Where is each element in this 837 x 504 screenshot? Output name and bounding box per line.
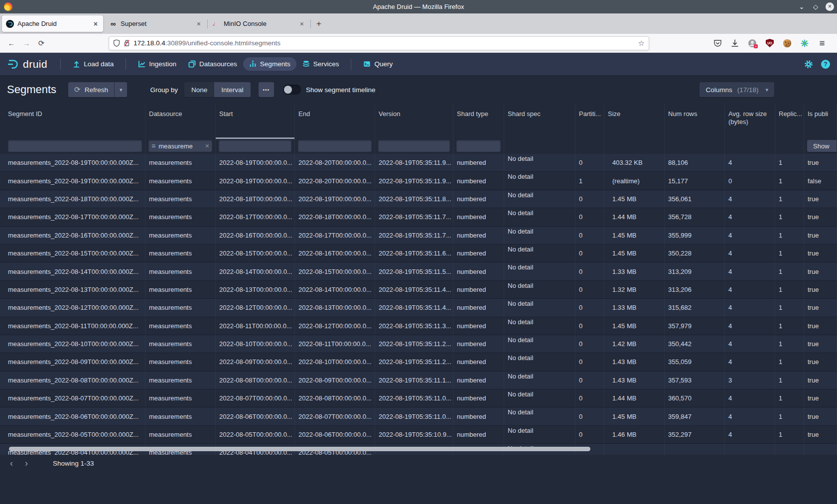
next-page-icon[interactable]: › <box>25 458 40 469</box>
cell-size[interactable]: 1.42 MB <box>604 335 665 353</box>
nav-item-datasources[interactable]: Datasources <box>182 57 243 71</box>
nav-item-ingestion[interactable]: Ingestion <box>132 57 182 71</box>
cell-shard-spec[interactable]: No detail <box>504 208 575 226</box>
cell-shard-type[interactable]: numbered <box>453 335 504 353</box>
more-options-button[interactable]: ••• <box>259 82 275 97</box>
cell-segment-id[interactable]: measurements_2022-08-12T00:00:00.000Z... <box>0 299 145 316</box>
cell-shard-type[interactable]: numbered <box>453 372 504 389</box>
window-maximize-icon[interactable]: ◇ <box>812 3 820 10</box>
cell-num-rows[interactable]: 88,106 <box>665 154 725 171</box>
cell-size[interactable]: 1.33 MB <box>604 299 665 316</box>
url-bar[interactable]: 172.18.0.4:30899/unified-console.html#se… <box>109 36 649 50</box>
cell-segment-id[interactable]: measurements_2022-08-15T00:00:00.000Z... <box>0 245 145 262</box>
cell-version[interactable]: 2022-08-19T05:35:11.4... <box>375 299 453 316</box>
cell-end[interactable]: 2022-08-09T00:00:00.0... <box>295 372 375 389</box>
ublock-icon[interactable]: UO <box>765 39 774 48</box>
col-header-datasource[interactable]: Datasource <box>145 104 216 139</box>
cell-avg-row-size[interactable]: 4 <box>725 299 775 316</box>
columns-button[interactable]: Columns (17/18) ▾ <box>699 82 774 97</box>
cell-size[interactable]: 1.46 MB <box>604 426 665 443</box>
cell-shard-spec[interactable]: No detail <box>504 190 575 208</box>
cell-is-published[interactable]: true <box>804 353 837 371</box>
cell-start[interactable]: 2022-08-16T00:00:00.0... <box>216 227 295 244</box>
cell-segment-id[interactable]: measurements_2022-08-19T00:00:00.000Z... <box>0 154 145 171</box>
settings-gear-icon[interactable] <box>804 60 813 69</box>
cell-num-rows[interactable]: 313,209 <box>665 262 725 280</box>
cell-version[interactable]: 2022-08-19T05:35:11.1... <box>375 372 453 389</box>
cell-segment-id[interactable]: measurements_2022-08-18T00:00:00.000Z... <box>0 190 145 208</box>
cell-end[interactable]: 2022-08-19T00:00:00.0... <box>295 190 375 208</box>
cell-num-rows[interactable]: 350,228 <box>665 245 725 262</box>
cell-start[interactable]: 2022-08-07T00:00:00.0... <box>216 389 295 407</box>
cell-partition[interactable]: 0 <box>575 154 604 171</box>
cell-shard-spec[interactable]: No detail <box>504 227 575 244</box>
cell-size[interactable] <box>604 444 665 455</box>
window-minimize-icon[interactable]: ⌄ <box>798 3 806 10</box>
shield-icon[interactable] <box>113 39 120 47</box>
cell-size[interactable]: 1.43 MB <box>604 372 665 389</box>
cell-partition[interactable]: 0 <box>575 227 604 244</box>
cell-size[interactable]: 403.32 KB <box>604 154 665 171</box>
cell-shard-spec[interactable]: No detail <box>504 372 575 389</box>
cell-num-rows[interactable]: 352,297 <box>665 426 725 443</box>
cell-end[interactable]: 2022-08-16T00:00:00.0... <box>295 245 375 262</box>
cell-num-rows[interactable]: 356,728 <box>665 208 725 226</box>
bookmark-star-icon[interactable]: ☆ <box>638 39 645 48</box>
cell-size[interactable]: (realtime) <box>604 172 665 189</box>
cell-end[interactable]: 2022-08-20T00:00:00.0... <box>295 154 375 171</box>
cell-segment-id[interactable]: measurements_2022-08-05T00:00:00.000Z... <box>0 426 145 443</box>
cell-end[interactable]: 2022-08-20T00:00:00.0... <box>295 172 375 189</box>
cell-avg-row-size[interactable]: 4 <box>725 208 775 226</box>
extension-asterisk-icon[interactable] <box>800 39 809 48</box>
cell-end[interactable]: 2022-08-18T00:00:00.0... <box>295 208 375 226</box>
cell-start[interactable]: 2022-08-13T00:00:00.0... <box>216 281 295 298</box>
pocket-icon[interactable] <box>713 39 722 48</box>
cell-replication[interactable]: 1 <box>775 190 804 208</box>
cell-end[interactable]: 2022-08-08T00:00:00.0... <box>295 389 375 407</box>
col-header-num-rows[interactable]: Num rows <box>665 104 725 139</box>
cell-num-rows[interactable]: 355,999 <box>665 227 725 244</box>
cell-shard-type[interactable]: numbered <box>453 299 504 316</box>
cell-is-published[interactable]: true <box>804 317 837 335</box>
cell-shard-spec[interactable]: No detail <box>504 262 575 280</box>
cell-shard-type[interactable]: numbered <box>453 245 504 262</box>
cell-size[interactable]: 1.45 MB <box>604 407 665 425</box>
cell-start[interactable]: 2022-08-12T00:00:00.0... <box>216 299 295 316</box>
cell-shard-type[interactable]: numbered <box>453 317 504 335</box>
cell-start[interactable]: 2022-08-09T00:00:00.0... <box>216 353 295 371</box>
cell-size[interactable]: 1.45 MB <box>604 190 665 208</box>
cell-shard-type[interactable]: numbered <box>453 353 504 371</box>
cell-version[interactable]: 2022-08-19T05:35:11.5... <box>375 262 453 280</box>
cell-size[interactable]: 1.33 MB <box>604 262 665 280</box>
cell-num-rows[interactable]: 359,847 <box>665 407 725 425</box>
cell-replication[interactable]: 1 <box>775 227 804 244</box>
cell-partition[interactable]: 0 <box>575 335 604 353</box>
downloads-icon[interactable] <box>730 39 739 48</box>
tab-close-icon[interactable]: × <box>298 20 305 28</box>
cell-num-rows[interactable]: 357,979 <box>665 317 725 335</box>
cell-replication[interactable]: 1 <box>775 426 804 443</box>
tab-minio-console[interactable]: ♩ MinIO Console × <box>208 15 309 32</box>
cell-end[interactable]: 2022-08-12T00:00:00.0... <box>295 317 375 335</box>
cell-num-rows[interactable]: 357,593 <box>665 372 725 389</box>
cell-datasource[interactable]: measurements <box>145 372 216 389</box>
segment-timeline-toggle[interactable] <box>283 85 301 95</box>
cell-avg-row-size[interactable]: 4 <box>725 154 775 171</box>
cell-partition[interactable]: 0 <box>575 426 604 443</box>
cell-partition[interactable]: 0 <box>575 317 604 335</box>
cell-avg-row-size[interactable]: 4 <box>725 245 775 262</box>
cell-replication[interactable]: 1 <box>775 299 804 316</box>
cell-version[interactable]: 2022-08-19T05:35:11.7... <box>375 227 453 244</box>
cell-start[interactable]: 2022-08-19T00:00:00.0... <box>216 154 295 171</box>
tab-apache-druid[interactable]: Apache Druid × <box>2 15 103 32</box>
cell-datasource[interactable]: measurements <box>145 245 216 262</box>
cell-version[interactable]: 2022-08-19T05:35:11.9... <box>375 172 453 189</box>
cell-num-rows[interactable]: 350,442 <box>665 335 725 353</box>
cell-avg-row-size[interactable]: 4 <box>725 281 775 298</box>
cell-start[interactable]: 2022-08-05T00:00:00.0... <box>216 426 295 443</box>
refresh-button[interactable]: ⟳ Refresh <box>68 82 114 97</box>
window-close-icon[interactable]: × <box>826 2 834 11</box>
cell-version[interactable]: 2022-08-19T05:35:11.6... <box>375 245 453 262</box>
cell-is-published[interactable]: true <box>804 299 837 316</box>
cell-replication[interactable]: 1 <box>775 172 804 189</box>
